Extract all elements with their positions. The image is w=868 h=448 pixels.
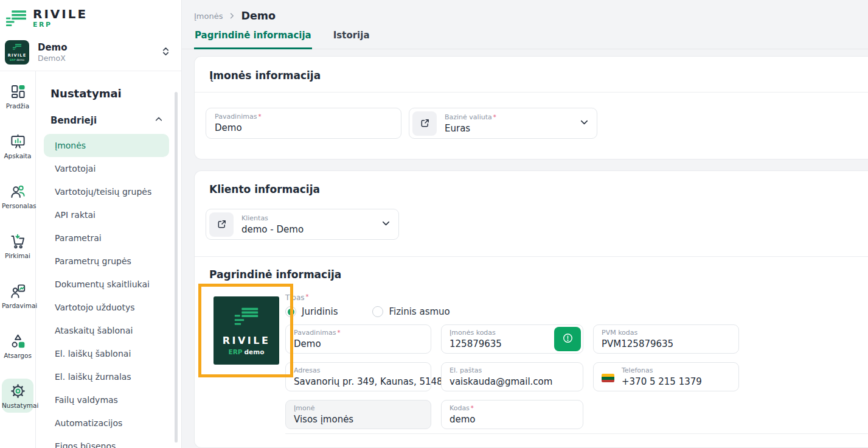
el-pastas-input[interactable]: El. paštas vaiskauda@gmail.com: [441, 362, 583, 391]
sidebar-item-imones[interactable]: Įmonės: [44, 134, 169, 157]
radio-circle-icon: [372, 306, 383, 317]
client-main-card: Kliento informacija Klientas demo - Demo: [194, 170, 868, 448]
workspace-name: Demo: [38, 42, 161, 53]
rail-label: Personalas: [2, 202, 33, 209]
main-fields-grid: Pavadinimas* Demo Įmonės kodas 125879635: [285, 324, 739, 429]
lithuania-flag-icon: [602, 374, 614, 382]
rail-item-apskaita[interactable]: Apskaita: [2, 129, 33, 163]
rail-item-pradzia[interactable]: Pradžia: [2, 79, 33, 113]
main-info-title: Pagrindinė informacija: [195, 257, 868, 281]
sidebar-item-parametrai[interactable]: Parametrai: [44, 226, 169, 250]
company-info-fields: Pavadinimas* Demo Bazinė valiuta* E: [206, 108, 868, 139]
left-body: Pradžia Apskaita: [0, 71, 181, 448]
field-label: Klientas: [241, 214, 381, 222]
menu-group-label: Bendrieji: [50, 115, 97, 126]
workspace-selector[interactable]: RIVILE ERP demo Demo DemoX: [5, 40, 174, 65]
module-rail: Pradžia Apskaita: [0, 71, 36, 448]
field-label: PVM kodas: [602, 329, 731, 337]
sidebar-item-automatizacijos[interactable]: Automatizacijos: [44, 411, 169, 435]
sidebar-item-dokumentu-skaitliukai[interactable]: Dokumentų skaitliukai: [44, 273, 169, 296]
external-link-icon[interactable]: [209, 212, 234, 237]
company-info-card: Įmonės informacija Pavadinimas* Demo: [194, 56, 868, 159]
sidebar-scrollbar[interactable]: [175, 92, 178, 443]
klientas-select[interactable]: Klientas demo - Demo: [206, 209, 399, 240]
radio-label: Juridinis: [302, 306, 338, 317]
sidebar-item-el-laisku-zurnalas[interactable]: El. laiškų žurnalas: [44, 365, 169, 388]
workspace-logo-tile: RIVILE ERP demo: [5, 40, 29, 65]
telefonas-input[interactable]: Telefonas +370 5 215 1379: [593, 362, 739, 391]
sidebar-item-api-raktai[interactable]: API raktai: [44, 203, 169, 226]
shapes-icon: [2, 333, 33, 349]
pavadinimas-input[interactable]: Pavadinimas* Demo: [285, 324, 431, 354]
rail-label: Nustatymai: [2, 402, 33, 409]
menu-group-bendrieji[interactable]: Bendrieji: [50, 114, 163, 126]
settings-menu: Nustatymai Bendrieji Įmonės Vartotojai V…: [36, 71, 181, 448]
content: Įmonės informacija Pavadinimas* Demo: [182, 49, 868, 448]
sidebar-item-eigos-busenos[interactable]: Eigos būsenos: [44, 435, 169, 448]
people-icon: [2, 183, 33, 200]
sidebar-item-failu-valdymas[interactable]: Failų valdymas: [44, 388, 169, 411]
radio-fizinis-asmuo[interactable]: Fizinis asmuo: [372, 306, 450, 317]
field-value: Savanorių pr. 349, Kaunas, 51480: [294, 376, 423, 387]
main-area: Įmonės Demo Pagrindinė informacija Istor…: [181, 0, 868, 448]
imones-kodas-input[interactable]: Įmonės kodas 125879635: [441, 324, 583, 354]
field-label: El. paštas: [450, 366, 575, 374]
client-info-title: Kliento informacija: [195, 171, 868, 195]
field-value: Demo: [294, 338, 423, 349]
breadcrumb: Įmonės Demo: [194, 10, 868, 22]
sidebar-item-vartotoju-teisiu-grupes[interactable]: Vartotojų/teisių grupės: [44, 180, 169, 203]
imone-input[interactable]: Įmonė Visos įmonės: [285, 400, 431, 429]
external-link-icon[interactable]: [412, 111, 437, 136]
tab-pagrindine-informacija[interactable]: Pagrindinė informacija: [194, 30, 312, 49]
select-text: Klientas demo - Demo: [241, 214, 381, 235]
field-label: Telefonas: [622, 366, 702, 374]
field-label: Adresas: [294, 366, 423, 374]
field-value: Visos įmonės: [294, 414, 423, 425]
sidebar-item-el-laisku-sablonai[interactable]: El. laiškų šablonai: [44, 342, 169, 365]
tipas-label: Tipas*: [285, 293, 868, 302]
kodas-input[interactable]: Kodas* demo: [441, 400, 583, 429]
main-info-body: RIVILE ERPdemo Tipas* Juridinis: [195, 281, 868, 434]
rail-label: Pradžia: [2, 102, 33, 110]
app-window: RIVILE ERP RIVILE ERP demo: [0, 0, 868, 448]
field-label: Bazinė valiuta*: [445, 113, 579, 121]
rail-label: Atsargos: [2, 352, 33, 359]
topbar: Įmonės Demo Pagrindinė informacija Istor…: [182, 0, 868, 49]
alert-circle-icon: [562, 332, 574, 346]
left-header: RIVILE ERP RIVILE ERP demo: [0, 0, 181, 71]
chart-board-icon: [2, 133, 33, 150]
tab-bar: Pagrindinė informacija Istorija: [194, 30, 868, 49]
adresas-input[interactable]: Adresas Savanorių pr. 349, Kaunas, 51480: [285, 362, 431, 391]
sidebar-item-parametru-grupes[interactable]: Parametrų grupės: [44, 250, 169, 273]
rail-item-nustatymai[interactable]: Nustatymai: [2, 379, 33, 413]
divider: [285, 433, 868, 434]
cart-icon: [2, 233, 33, 250]
person-chart-icon: [2, 283, 33, 299]
chevron-right-icon: [228, 10, 235, 22]
breadcrumb-parent[interactable]: Įmonės: [194, 12, 223, 21]
radio-label: Fizinis asmuo: [389, 306, 450, 317]
rail-item-pardavimai[interactable]: Pardavimai: [2, 279, 33, 313]
pavadinimas-input[interactable]: Pavadinimas* Demo: [206, 108, 401, 139]
sidebar-item-vartotojai[interactable]: Vartotojai: [44, 157, 169, 180]
home-grid-icon: [2, 83, 33, 100]
divider: [195, 92, 868, 93]
field-value: Demo: [215, 122, 392, 133]
company-code-check-button[interactable]: [554, 327, 581, 351]
rail-item-personalas[interactable]: Personalas: [2, 179, 33, 213]
rail-item-atsargos[interactable]: Atsargos: [2, 329, 33, 363]
rail-label: Pardavimai: [2, 302, 33, 309]
field-value: +370 5 215 1379: [622, 376, 702, 387]
field-value: demo - Demo: [241, 224, 381, 235]
tipas-radio-group: Juridinis Fizinis asmuo: [285, 306, 868, 317]
menu-list: Įmonės Vartotojai Vartotojų/teisių grupė…: [44, 134, 169, 448]
tab-istorija[interactable]: Istorija: [333, 30, 370, 49]
rail-label: Apskaita: [2, 152, 33, 159]
field-label: Kodas*: [450, 404, 575, 412]
pvm-kodas-input[interactable]: PVM kodas PVM125879635: [593, 324, 739, 354]
bazine-valiuta-select[interactable]: Bazinė valiuta* Euras: [409, 108, 597, 139]
workspace-code: DemoX: [38, 54, 161, 63]
sidebar-item-ataskaitu-sablonai[interactable]: Ataskaitų šablonai: [44, 319, 169, 342]
sidebar-item-vartotojo-uzduotys[interactable]: Vartotojo užduotys: [44, 296, 169, 319]
rail-item-pirkimai[interactable]: Pirkimai: [2, 229, 33, 263]
